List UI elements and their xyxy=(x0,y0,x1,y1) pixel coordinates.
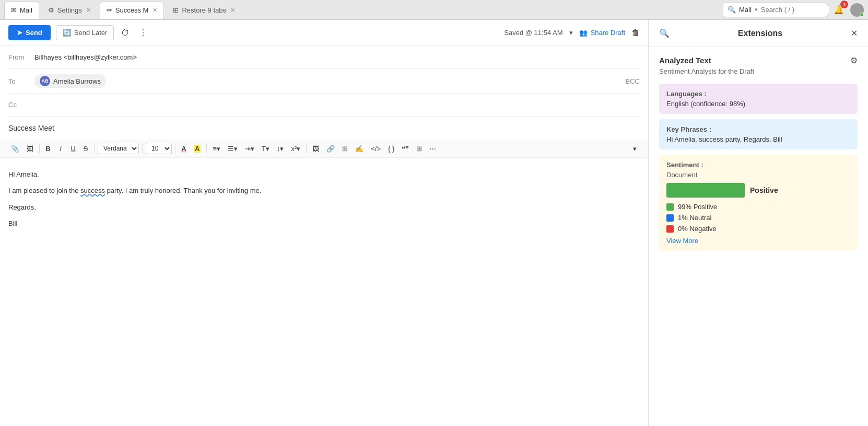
body-signature: Bill xyxy=(8,217,640,229)
delete-icon[interactable]: 🗑 xyxy=(631,28,640,38)
tab-settings[interactable]: ⚙ Settings ✕ xyxy=(41,1,98,19)
image-insert-btn[interactable]: 🖼 xyxy=(310,143,322,154)
tab-success[interactable]: ✏ Success M ✕ xyxy=(100,1,165,19)
superscript-btn[interactable]: x²▾ xyxy=(288,143,303,154)
code-btn[interactable]: </> xyxy=(368,143,383,154)
sentiment-bar xyxy=(666,183,745,198)
cc-field-row[interactable]: Cc xyxy=(8,94,640,117)
to-field-row: To AB Amelia Burrows BCC xyxy=(8,69,640,94)
neutral-label: 1% Neutral xyxy=(678,214,711,222)
analyzed-section: Analyzed Text ⚙ Sentiment Analysis for t… xyxy=(659,55,858,75)
tab-success-close[interactable]: ✕ xyxy=(153,7,157,14)
search-prefix: Mail xyxy=(739,6,752,14)
font-family-select[interactable]: Verdana xyxy=(98,143,139,154)
settings-icon: ⚙ xyxy=(48,6,54,14)
negative-label: 0% Negative xyxy=(678,225,717,233)
tab-restore-label: Restore 9 tabs xyxy=(182,6,226,14)
share-icon: 👥 xyxy=(579,29,588,37)
table-btn[interactable]: ⊞ xyxy=(339,143,350,154)
body-main: I am pleased to join the success party. … xyxy=(8,185,640,197)
font-highlight-btn[interactable]: A xyxy=(191,143,203,154)
bell-icon[interactable]: 🔔 3 xyxy=(831,3,846,17)
tab-restore[interactable]: ⊞ Restore 9 tabs ✕ xyxy=(166,1,242,19)
compose-toolbar: ➤ Send 🔄 Send Later ⏱ ⋮ Saved @ 11:54 AM… xyxy=(0,20,648,46)
send-button[interactable]: ➤ Send xyxy=(8,25,51,40)
italic-btn[interactable]: I xyxy=(55,143,66,154)
legend-neutral: 1% Neutral xyxy=(666,214,850,222)
text-style-btn[interactable]: T▾ xyxy=(259,143,272,154)
extensions-header: 🔍 Extensions ✕ xyxy=(649,20,868,47)
signature-btn[interactable]: ✍ xyxy=(353,143,366,154)
more-options-btn[interactable]: ⋮ xyxy=(137,26,149,40)
indent-btn[interactable]: ⇥▾ xyxy=(242,143,257,154)
align-btn[interactable]: ≡▾ xyxy=(210,143,223,154)
tab-settings-close[interactable]: ✕ xyxy=(86,7,91,14)
keyphrases-label: Key Phrases : xyxy=(666,125,850,133)
underline-btn[interactable]: U xyxy=(68,143,78,154)
main-layout: ➤ Send 🔄 Send Later ⏱ ⋮ Saved @ 11:54 AM… xyxy=(0,20,868,426)
chevron-down-icon[interactable]: ▾ xyxy=(569,29,573,37)
format-toolbar: 📎 🖼 B I U S Verdana 10 A A ≡▾ ☰▾ ⇥▾ T▾ ↕… xyxy=(0,140,648,158)
bold-btn[interactable]: B xyxy=(43,143,53,154)
positive-label: 99% Positive xyxy=(678,203,717,211)
analyzed-gear-icon[interactable]: ⚙ xyxy=(850,55,858,65)
search-icon: 🔍 xyxy=(728,6,736,14)
send-later-button[interactable]: 🔄 Send Later xyxy=(56,25,114,40)
positive-dot xyxy=(666,203,674,211)
font-color-btn[interactable]: A xyxy=(179,143,189,154)
user-avatar[interactable] xyxy=(850,3,864,17)
from-value: Billhayes <billhayes@zylker.com> xyxy=(34,53,640,61)
tab-restore-close[interactable]: ✕ xyxy=(230,7,235,14)
send-label: Send xyxy=(26,29,42,37)
languages-label: Languages : xyxy=(666,90,850,98)
success-word: success xyxy=(80,187,105,194)
line-height-btn[interactable]: ↕▾ xyxy=(274,143,287,154)
grid-btn[interactable]: ⊞ xyxy=(414,143,425,154)
tab-mail[interactable]: ✉ Mail xyxy=(4,1,39,19)
languages-value: English (confidence: 98%) xyxy=(666,100,850,108)
body-greeting: Hi Amelia, xyxy=(8,168,640,180)
from-field-row: From Billhayes <billhayes@zylker.com> xyxy=(8,46,640,69)
email-body[interactable]: Hi Amelia, I am pleased to join the succ… xyxy=(0,158,648,426)
extensions-search-btn[interactable]: 🔍 xyxy=(659,28,670,38)
to-label: To xyxy=(8,77,34,85)
legend-positive: 99% Positive xyxy=(666,203,850,211)
list-btn[interactable]: ☰▾ xyxy=(225,143,240,154)
code-block-btn[interactable]: { } xyxy=(385,143,397,154)
recipient-chip[interactable]: AB Amelia Burrows xyxy=(34,74,106,88)
quote-btn[interactable]: ❝❞ xyxy=(399,143,412,154)
restore-icon: ⊞ xyxy=(173,6,179,14)
body-regards: Regards, xyxy=(8,201,640,213)
analyzed-subtitle: Sentiment Analysis for the Draft xyxy=(659,67,858,75)
share-draft-button[interactable]: 👥 Share Draft xyxy=(579,29,625,37)
schedule-icon-btn[interactable]: ⏱ xyxy=(119,26,132,40)
document-label: Document xyxy=(666,171,850,179)
strikethrough-btn[interactable]: S xyxy=(80,143,91,154)
bcc-button[interactable]: BCC xyxy=(626,77,640,85)
attachment-icon-btn[interactable]: 📎 xyxy=(8,143,22,154)
sentiment-result: Positive xyxy=(750,186,778,194)
negative-dot xyxy=(666,225,674,233)
keyphrases-card: Key Phrases : Hi Amelia, success party, … xyxy=(659,119,858,149)
expand-btn[interactable]: ▾ xyxy=(629,143,640,154)
neutral-dot xyxy=(666,214,674,222)
tab-success-label: Success M xyxy=(115,6,149,14)
view-more-btn[interactable]: View More xyxy=(666,237,698,245)
extensions-close-btn[interactable]: ✕ xyxy=(851,28,858,38)
image-icon-btn[interactable]: 🖼 xyxy=(24,143,36,154)
chip-initials: AB xyxy=(42,78,49,84)
keyphrases-value: Hi Amelia, success party, Regards, Bill xyxy=(666,135,850,143)
tab-mail-label: Mail xyxy=(20,6,32,14)
search-input[interactable] xyxy=(761,6,829,14)
legend-negative: 0% Negative xyxy=(666,225,850,233)
chip-avatar: AB xyxy=(40,76,50,86)
share-draft-label: Share Draft xyxy=(591,29,625,37)
font-size-select[interactable]: 10 xyxy=(146,143,172,154)
send-arrow-icon: ➤ xyxy=(17,29,22,37)
link-btn[interactable]: 🔗 xyxy=(324,143,337,154)
more-format-btn[interactable]: ⋯ xyxy=(427,143,439,154)
extensions-panel: 🔍 Extensions ✕ Analyzed Text ⚙ Sentiment… xyxy=(649,20,868,426)
email-fields: From Billhayes <billhayes@zylker.com> To… xyxy=(0,46,648,140)
toolbar-right: Saved @ 11:54 AM ▾ 👥 Share Draft 🗑 xyxy=(504,28,640,38)
subject-field-row[interactable]: Success Meet xyxy=(8,117,640,140)
